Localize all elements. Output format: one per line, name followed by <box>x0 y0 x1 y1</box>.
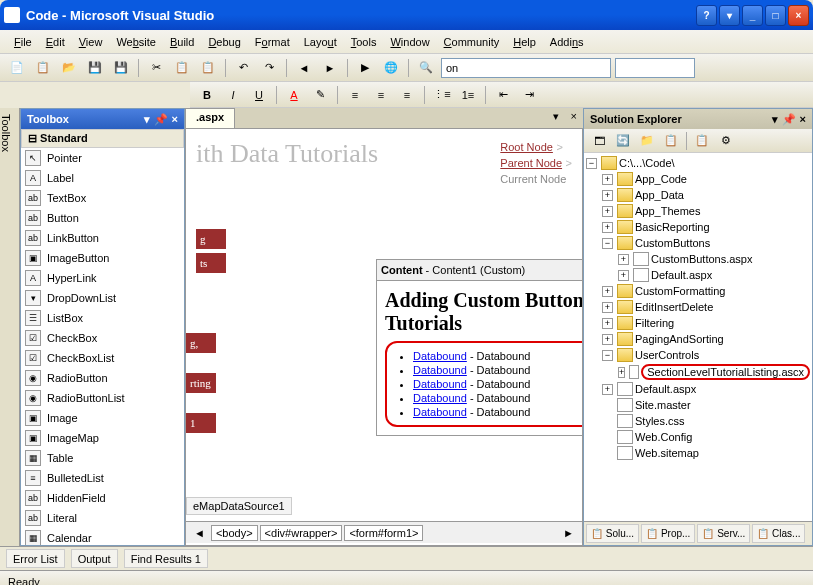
redo-button[interactable]: ↷ <box>258 57 280 79</box>
tag-body[interactable]: <body> <box>211 525 258 541</box>
toolbox-item-listbox[interactable]: ☰ListBox <box>21 308 184 328</box>
find-combo[interactable]: on <box>441 58 611 78</box>
toolbox-item-button[interactable]: abButton <box>21 208 184 228</box>
align-left-button[interactable]: ≡ <box>344 84 366 106</box>
menu-debug[interactable]: Debug <box>202 33 246 51</box>
toolbox-item-table[interactable]: ▦Table <box>21 448 184 468</box>
font-color-button[interactable]: A <box>283 84 305 106</box>
tree-file-CustomButtons.aspx[interactable]: + CustomButtons.aspx <box>586 251 810 267</box>
dropdown-window-button[interactable]: ▾ <box>719 5 740 26</box>
tree-folder-App_Code[interactable]: + App_Code <box>586 171 810 187</box>
menu-file[interactable]: File <box>8 33 38 51</box>
toolbox-pin-icon[interactable]: 📌 <box>154 113 168 126</box>
sol-nest-button[interactable]: 📁 <box>636 130 658 152</box>
menu-view[interactable]: View <box>73 33 109 51</box>
toolbox-item-hiddenfield[interactable]: abHiddenField <box>21 488 184 508</box>
databound-link[interactable]: Databound <box>413 406 467 418</box>
add-item-button[interactable]: 📋 <box>32 57 54 79</box>
databound-link[interactable]: Databound <box>413 378 467 390</box>
toolbox-dropdown-icon[interactable]: ▾ <box>144 113 150 126</box>
menu-edit[interactable]: Edit <box>40 33 71 51</box>
toolbox-item-label[interactable]: ALabel <box>21 168 184 188</box>
toolbox-item-calendar[interactable]: ▦Calendar <box>21 528 184 545</box>
databound-link[interactable]: Databound <box>413 392 467 404</box>
align-right-button[interactable]: ≡ <box>396 84 418 106</box>
tree-folder-usercontrols[interactable]: − UserControls <box>586 347 810 363</box>
tree-toggle-icon[interactable]: + <box>602 384 613 395</box>
sol-refresh-button[interactable]: 🔄 <box>612 130 634 152</box>
menu-format[interactable]: Format <box>249 33 296 51</box>
tree-folder-App_Themes[interactable]: + App_Themes <box>586 203 810 219</box>
paste-button[interactable]: 📋 <box>197 57 219 79</box>
tree-root[interactable]: − C:\...\Code\ <box>586 155 810 171</box>
datasource-control[interactable]: eMapDataSource1 <box>186 497 292 515</box>
toolbox-item-linkbutton[interactable]: abLinkButton <box>21 228 184 248</box>
bottom-tab-find-results-1[interactable]: Find Results 1 <box>124 549 208 568</box>
bottom-tab-output[interactable]: Output <box>71 549 118 568</box>
toolbox-close-icon[interactable]: × <box>172 113 178 126</box>
solution-close-icon[interactable]: × <box>800 113 806 126</box>
toolbox-item-bulletedlist[interactable]: ≡BulletedList <box>21 468 184 488</box>
undo-button[interactable]: ↶ <box>232 57 254 79</box>
close-button[interactable]: × <box>788 5 809 26</box>
solution-pin-icon[interactable]: 📌 <box>782 113 796 126</box>
tag-form[interactable]: <form#form1> <box>344 525 423 541</box>
sol-config-button[interactable]: ⚙ <box>715 130 737 152</box>
toolbox-list[interactable]: ⊟ Standard ↖PointerALabelabTextBoxabButt… <box>21 129 184 545</box>
tree-toggle-icon[interactable]: + <box>618 270 629 281</box>
menu-community[interactable]: Community <box>438 33 506 51</box>
toolbox-item-dropdownlist[interactable]: ▾DropDownList <box>21 288 184 308</box>
menu-build[interactable]: Build <box>164 33 200 51</box>
panel-tab-clas[interactable]: 📋 Clas... <box>752 524 805 543</box>
tree-toggle-icon[interactable]: − <box>602 350 613 361</box>
tree-folder-CustomFormatting[interactable]: + CustomFormatting <box>586 283 810 299</box>
toolbox-item-pointer[interactable]: ↖Pointer <box>21 148 184 168</box>
bottom-tab-error-list[interactable]: Error List <box>6 549 65 568</box>
tree-file-Web.sitemap[interactable]: Web.sitemap <box>586 445 810 461</box>
toolbox-item-hyperlink[interactable]: AHyperLink <box>21 268 184 288</box>
italic-button[interactable]: I <box>222 84 244 106</box>
tag-wrapper[interactable]: <div#wrapper> <box>260 525 343 541</box>
databound-link[interactable]: Databound <box>413 364 467 376</box>
bold-button[interactable]: B <box>196 84 218 106</box>
tree-toggle-icon[interactable]: + <box>602 222 613 233</box>
tree-folder-App_Data[interactable]: + App_Data <box>586 187 810 203</box>
toolbox-item-radiobuttonlist[interactable]: ◉RadioButtonList <box>21 388 184 408</box>
tree-toggle-icon[interactable]: + <box>618 367 625 378</box>
bullet-list-button[interactable]: ⋮≡ <box>431 84 453 106</box>
toolbox-category-standard[interactable]: ⊟ Standard <box>21 129 184 148</box>
config-combo[interactable] <box>615 58 695 78</box>
tree-toggle-icon[interactable]: + <box>602 286 613 297</box>
toolbox-item-imagemap[interactable]: ▣ImageMap <box>21 428 184 448</box>
document-tab-aspx[interactable]: .aspx <box>185 108 235 128</box>
databound-link[interactable]: Databound <box>413 350 467 362</box>
tree-toggle-icon[interactable]: + <box>602 174 613 185</box>
maximize-button[interactable]: □ <box>765 5 786 26</box>
minimize-button[interactable]: _ <box>742 5 763 26</box>
copy-button[interactable]: 📋 <box>171 57 193 79</box>
sol-showall-button[interactable]: 📋 <box>660 130 682 152</box>
tree-toggle-icon[interactable]: + <box>602 190 613 201</box>
nav-fwd-button[interactable]: ► <box>319 57 341 79</box>
nav-back-button[interactable]: ◄ <box>293 57 315 79</box>
solution-tree[interactable]: − C:\...\Code\+ App_Code+ App_Data+ App_… <box>584 153 812 521</box>
highlight-button[interactable]: ✎ <box>309 84 331 106</box>
solution-dropdown-icon[interactable]: ▾ <box>772 113 778 126</box>
content-placeholder[interactable]: Content - Content1 (Custom) Adding Custo… <box>376 259 582 436</box>
tree-toggle-icon[interactable]: − <box>586 158 597 169</box>
toolbox-item-imagebutton[interactable]: ▣ImageButton <box>21 248 184 268</box>
tree-toggle-icon[interactable]: + <box>602 302 613 313</box>
outdent-button[interactable]: ⇤ <box>492 84 514 106</box>
menu-layout[interactable]: Layout <box>298 33 343 51</box>
designer-surface[interactable]: ith Data Tutorials Root Node > Parent No… <box>185 128 583 546</box>
toolbox-item-checkbox[interactable]: ☑CheckBox <box>21 328 184 348</box>
find-button[interactable]: 🔍 <box>415 57 437 79</box>
tree-file-Default.aspx[interactable]: + Default.aspx <box>586 381 810 397</box>
help-window-button[interactable]: ? <box>696 5 717 26</box>
breadcrumb-parent[interactable]: Parent Node <box>500 157 562 169</box>
toolbox-item-radiobutton[interactable]: ◉RadioButton <box>21 368 184 388</box>
tree-folder-BasicReporting[interactable]: + BasicReporting <box>586 219 810 235</box>
menu-window[interactable]: Window <box>384 33 435 51</box>
breadcrumb-root[interactable]: Root Node <box>500 141 553 153</box>
open-button[interactable]: 📂 <box>58 57 80 79</box>
